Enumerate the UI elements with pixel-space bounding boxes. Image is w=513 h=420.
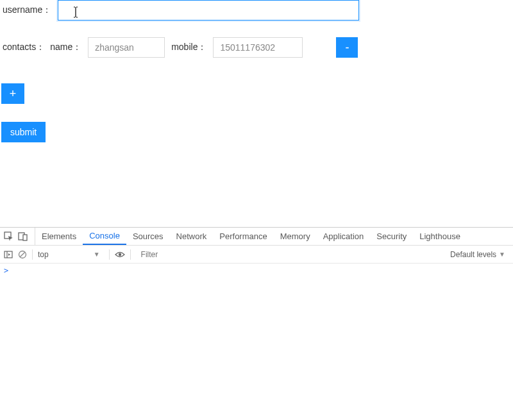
contacts-label: contacts： xyxy=(0,38,47,57)
devtools-tabs: Elements Console Sources Network Perform… xyxy=(0,228,513,246)
clear-console-icon[interactable] xyxy=(18,250,27,259)
contacts-row: contacts： name： mobile： - xyxy=(0,37,513,58)
name-label: name： xyxy=(47,38,84,57)
username-label: username： xyxy=(0,1,54,20)
add-contact-button[interactable]: + xyxy=(1,83,24,104)
devtools-panel: Elements Console Sources Network Perform… xyxy=(0,227,513,420)
svg-rect-2 xyxy=(23,235,27,240)
sidebar-toggle-icon[interactable] xyxy=(4,250,13,259)
username-row: username： xyxy=(0,0,513,21)
svg-line-6 xyxy=(20,252,25,257)
tab-sources[interactable]: Sources xyxy=(126,228,170,245)
tab-memory[interactable]: Memory xyxy=(274,228,317,245)
submit-button[interactable]: submit xyxy=(1,122,46,142)
levels-label: Default levels xyxy=(450,250,496,259)
tab-application[interactable]: Application xyxy=(317,228,371,245)
svg-point-7 xyxy=(118,253,121,255)
name-input[interactable] xyxy=(88,37,165,58)
eye-icon[interactable] xyxy=(115,250,125,259)
console-filter-input[interactable] xyxy=(141,246,450,263)
mobile-label: mobile： xyxy=(169,38,209,57)
devtools-icon-group xyxy=(4,228,35,245)
separator xyxy=(109,249,110,260)
tab-lighthouse[interactable]: Lighthouse xyxy=(413,228,467,245)
tab-network[interactable]: Network xyxy=(170,228,214,245)
tab-security[interactable]: Security xyxy=(370,228,413,245)
separator xyxy=(130,249,131,260)
tab-performance[interactable]: Performance xyxy=(213,228,273,245)
remove-contact-button[interactable]: - xyxy=(336,37,358,58)
context-label: top xyxy=(38,250,49,259)
form-area: username： contacts： name： mobile： - + su… xyxy=(0,0,513,142)
chevron-down-icon: ▼ xyxy=(94,251,100,258)
context-selector[interactable]: top ▼ xyxy=(38,250,104,259)
console-toolbar: top ▼ Default levels ▼ xyxy=(0,246,513,264)
log-levels-selector[interactable]: Default levels ▼ xyxy=(450,250,509,259)
console-body[interactable]: > xyxy=(0,264,513,420)
inspect-icon[interactable] xyxy=(4,231,14,242)
separator xyxy=(32,249,33,260)
mobile-input[interactable] xyxy=(213,37,303,58)
username-input[interactable] xyxy=(58,0,359,21)
device-icon[interactable] xyxy=(18,231,28,242)
console-prompt: > xyxy=(4,266,8,275)
chevron-down-icon: ▼ xyxy=(499,251,505,258)
tab-console[interactable]: Console xyxy=(83,228,126,245)
tab-elements[interactable]: Elements xyxy=(35,228,83,245)
